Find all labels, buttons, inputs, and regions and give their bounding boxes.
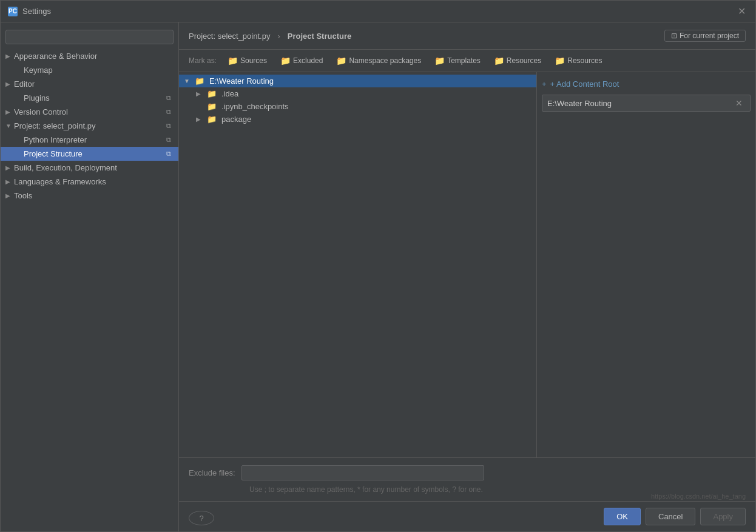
sidebar-item-label: Tools xyxy=(14,191,171,200)
project-icon: ⊡ xyxy=(671,32,677,40)
sidebar-item-python-interpreter[interactable]: Python Interpreter ⧉ xyxy=(1,133,178,147)
breadcrumb-current: Project Structure xyxy=(288,32,351,41)
copy-icon: ⧉ xyxy=(166,94,171,102)
resources2-folder-icon: 📁 xyxy=(555,56,565,66)
excluded-label: Excluded xyxy=(293,56,323,65)
exclude-files-input[interactable] xyxy=(241,465,484,480)
sidebar-item-label: Appearance & Behavior xyxy=(14,52,171,61)
add-content-root-label: + Add Content Root xyxy=(550,79,619,89)
tree-chevron-open-icon: ▼ xyxy=(184,78,192,84)
apply-button[interactable]: Apply xyxy=(700,508,746,525)
sidebar-item-appearance[interactable]: ▶ Appearance & Behavior xyxy=(1,49,178,63)
chevron-icon: ▶ xyxy=(5,164,14,171)
tree-item-ipynb[interactable]: 📁 .ipynb_checkpoints xyxy=(179,100,536,113)
mark-excluded-button[interactable]: 📁 Excluded xyxy=(275,55,328,67)
tree-item-weater-routing[interactable]: ▼ 📁 E:\Weater Routing xyxy=(179,75,536,87)
search-input[interactable] xyxy=(5,30,174,44)
sidebar-item-tools[interactable]: ▶ Tools xyxy=(1,189,178,203)
sources-label: Sources xyxy=(240,56,267,65)
file-tree: ▼ 📁 E:\Weater Routing ▶ 📁 .idea 📁 xyxy=(179,72,537,457)
sidebar-item-plugins[interactable]: Plugins ⧉ xyxy=(1,91,178,105)
mark-as-label: Mark as: xyxy=(189,56,217,65)
chevron-icon: ▶ xyxy=(5,109,14,115)
sidebar-item-label: Editor xyxy=(14,79,171,89)
tree-item-label: package xyxy=(221,115,251,124)
chevron-icon: ▶ xyxy=(5,192,14,199)
mark-as-bar: Mark as: 📁 Sources 📁 Excluded 📁 Namespac… xyxy=(179,50,755,72)
tree-item-package[interactable]: ▶ 📁 package xyxy=(179,113,536,126)
sidebar-item-project-structure[interactable]: Project Structure ⧉ xyxy=(1,147,178,161)
chevron-icon: ▶ xyxy=(5,53,14,59)
add-content-root-button[interactable]: + + Add Content Root xyxy=(542,77,751,91)
tree-folder-icon: 📁 xyxy=(195,76,204,86)
sidebar-item-label: Keymap xyxy=(24,66,171,75)
resources-folder-icon: 📁 xyxy=(494,56,504,66)
sidebar-item-editor[interactable]: ▶ Editor xyxy=(1,77,178,91)
chevron-icon: ▶ xyxy=(5,178,14,185)
tree-chevron-icon: ▶ xyxy=(196,90,204,97)
copy-icon: ⧉ xyxy=(166,122,171,130)
app-icon: PC xyxy=(8,7,18,16)
cancel-button[interactable]: Cancel xyxy=(646,508,695,525)
watermark: https://blog.csdn.net/ai_he_tang xyxy=(651,493,746,500)
sidebar-item-keymap[interactable]: Keymap xyxy=(1,63,178,77)
dialog-title: Settings xyxy=(22,7,735,16)
namespace-label: Namespace packages xyxy=(349,56,421,65)
templates-label: Templates xyxy=(447,56,481,65)
tree-item-label: .ipynb_checkpoints xyxy=(221,102,289,111)
sidebar-item-label: Build, Execution, Deployment xyxy=(14,163,171,172)
copy-icon: ⧉ xyxy=(166,136,171,144)
breadcrumb-separator: › xyxy=(277,32,280,41)
tree-folder-icon: 📁 xyxy=(207,102,217,111)
namespace-folder-icon: 📁 xyxy=(336,56,346,66)
exclude-files-row: Exclude files: xyxy=(189,465,746,480)
ok-button[interactable]: OK xyxy=(604,508,641,525)
right-panel: Project: select_point.py › Project Struc… xyxy=(179,22,755,531)
sidebar-item-label: Project: select_point.py xyxy=(14,121,164,130)
split-content: ▼ 📁 E:\Weater Routing ▶ 📁 .idea 📁 xyxy=(179,72,755,457)
chevron-icon: ▼ xyxy=(5,123,14,129)
for-project-button[interactable]: ⊡ For current project xyxy=(664,30,746,42)
tree-item-label: .idea xyxy=(221,89,238,98)
copy-icon: ⧉ xyxy=(166,108,171,116)
templates-folder-icon: 📁 xyxy=(434,56,445,66)
mark-namespace-button[interactable]: 📁 Namespace packages xyxy=(331,55,426,67)
sidebar-item-label: Plugins xyxy=(24,93,164,103)
sidebar-item-label: Python Interpreter xyxy=(24,135,164,144)
content-root-label: E:\Weater Routing xyxy=(547,99,733,108)
sidebar-item-languages[interactable]: ▶ Languages & Frameworks xyxy=(1,175,178,189)
exclude-files-label: Exclude files: xyxy=(189,468,235,477)
help-button[interactable]: ? xyxy=(189,511,214,525)
sidebar-item-version-control[interactable]: ▶ Version Control ⧉ xyxy=(1,105,178,119)
sources-folder-icon: 📁 xyxy=(228,56,238,66)
resources-label: Resources xyxy=(507,56,541,65)
right-header: Project: select_point.py › Project Struc… xyxy=(179,22,755,50)
content-root-item: E:\Weater Routing ✕ xyxy=(542,95,751,112)
mark-resources2-button[interactable]: 📁 Resources xyxy=(550,55,607,67)
mark-sources-button[interactable]: 📁 Sources xyxy=(223,55,272,67)
tree-item-label: E:\Weater Routing xyxy=(209,76,274,86)
sidebar-item-build[interactable]: ▶ Build, Execution, Deployment xyxy=(1,161,178,175)
tree-chevron-icon: ▶ xyxy=(196,116,204,123)
chevron-icon: ▶ xyxy=(5,81,14,87)
sidebar-item-project[interactable]: ▼ Project: select_point.py ⧉ xyxy=(1,119,178,133)
tree-folder-icon: 📁 xyxy=(207,89,217,98)
sidebar-item-label: Project Structure xyxy=(24,149,164,158)
excluded-folder-icon: 📁 xyxy=(280,56,291,66)
copy-icon: ⧉ xyxy=(166,150,171,158)
close-button[interactable]: ✕ xyxy=(735,3,748,19)
dialog-footer: ? https://blog.csdn.net/ai_he_tang OK Ca… xyxy=(179,501,755,531)
content-root-remove-button[interactable]: ✕ xyxy=(733,98,745,108)
mark-templates-button[interactable]: 📁 Templates xyxy=(430,55,485,67)
sidebar-item-label: Version Control xyxy=(14,107,164,116)
breadcrumb-project: Project: select_point.py xyxy=(189,32,270,41)
tree-item-idea[interactable]: ▶ 📁 .idea xyxy=(179,87,536,100)
for-project-label: For current project xyxy=(680,32,739,40)
sidebar-item-label: Languages & Frameworks xyxy=(14,177,171,186)
plus-icon: + xyxy=(542,79,547,89)
mark-resources-button[interactable]: 📁 Resources xyxy=(489,55,546,67)
sidebar: ▶ Appearance & Behavior Keymap ▶ Editor … xyxy=(1,22,179,531)
title-bar: PC Settings ✕ xyxy=(1,1,755,22)
resources2-label: Resources xyxy=(567,56,602,65)
tree-folder-icon: 📁 xyxy=(207,115,217,124)
